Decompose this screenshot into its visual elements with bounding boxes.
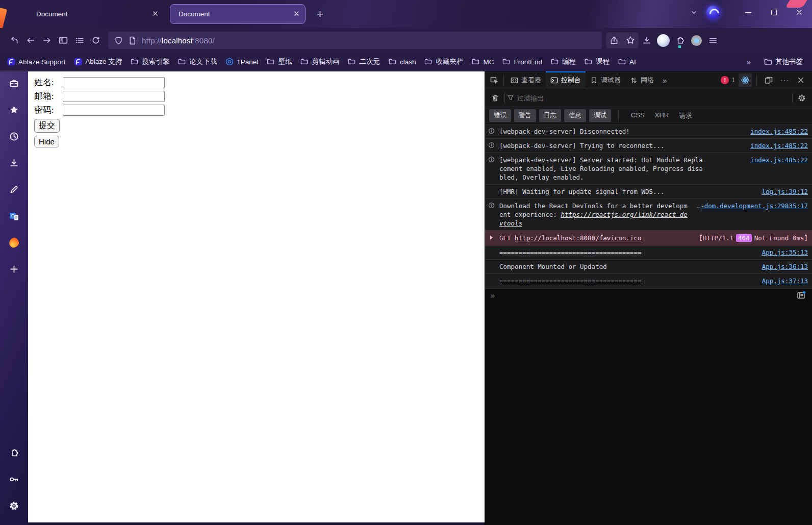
console-level-filter-button[interactable]: 调试 (589, 109, 611, 122)
bookmark-item[interactable]: Ablaze Support (7, 58, 65, 66)
devtools-menu-button[interactable]: ··· (778, 76, 791, 84)
bookmark-item[interactable]: FrontEnd (502, 58, 542, 66)
bookmark-item[interactable]: Ablaze 支持 (74, 57, 122, 66)
console-type-filter[interactable]: 请求 (679, 111, 692, 120)
devtools-tab-debugger[interactable]: 调试器 (586, 71, 625, 89)
extensions-button[interactable] (672, 32, 688, 48)
source-location-link[interactable]: -dom.development.js:29835:17 (700, 202, 808, 210)
devtools-more-tabs-button[interactable]: » (658, 76, 671, 85)
message-source: index.js:485:22 (744, 141, 808, 150)
devtools-tab-inspector[interactable]: 查看器 (506, 71, 546, 89)
container-avatar[interactable] (657, 34, 670, 47)
message-text: [webpack-dev-server] Server started: Hot… (499, 156, 703, 182)
bookmark-item[interactable]: 论文下载 (178, 57, 217, 66)
email-input[interactable] (63, 91, 165, 102)
console-level-filter-button[interactable]: 日志 (539, 109, 561, 122)
console-level-filter-button[interactable]: 警告 (514, 109, 536, 122)
split-console-button[interactable] (797, 291, 807, 301)
close-window-button[interactable] (786, 0, 812, 24)
submit-button[interactable]: 提交 (34, 119, 60, 133)
bookmark-item[interactable]: 1Panel (225, 58, 258, 66)
folder-icon (502, 58, 511, 66)
level-filter-buttons: 错误警告日志信息调试 (489, 109, 611, 122)
back-arrow-icon (26, 36, 35, 45)
bookmark-item[interactable]: AI (618, 58, 636, 66)
clear-console-button[interactable] (488, 91, 502, 105)
bookmark-item[interactable]: 二次元 (348, 57, 380, 66)
bookmark-item[interactable]: 搜索引擎 (131, 57, 169, 66)
source-location-link[interactable]: index.js:485:22 (750, 128, 808, 135)
back-button[interactable] (22, 32, 39, 48)
hide-button[interactable]: Hide (34, 136, 59, 147)
source-location-link[interactable]: index.js:485:22 (750, 142, 808, 149)
history-button[interactable] (7, 129, 21, 143)
bookmark-item[interactable]: MC (472, 58, 494, 66)
source-location-link[interactable]: App.js:37:13 (762, 277, 808, 285)
url-bar[interactable]: http://localhost:8080/ (108, 32, 602, 49)
status-text: Not Found 0ms] (754, 234, 808, 242)
list-all-tabs-button[interactable] (685, 4, 702, 21)
devtools-tab-network[interactable]: 网络 (625, 71, 658, 89)
minimize-button[interactable] (735, 0, 761, 24)
source-location-link[interactable]: index.js:485:22 (750, 156, 808, 164)
downloads-button[interactable] (639, 32, 655, 48)
react-devtools-button[interactable] (739, 73, 752, 87)
devtools-tab-console[interactable]: 控制台 (546, 71, 586, 89)
message-source: index.js:485:22 (744, 127, 808, 136)
responsive-design-mode-button[interactable] (762, 73, 776, 87)
tab-close-button[interactable] (152, 10, 159, 18)
close-devtools-button[interactable] (794, 73, 808, 87)
console-settings-button[interactable] (795, 91, 809, 105)
bookmark-item[interactable]: 壁纸 (267, 57, 292, 66)
share-button[interactable] (606, 32, 622, 48)
bookmark-item[interactable]: 收藏夹栏 (424, 57, 463, 66)
bookmark-item[interactable]: clash (389, 58, 416, 66)
forward-button[interactable] (39, 32, 55, 48)
settings-button[interactable] (7, 498, 21, 513)
bookmark-item[interactable]: 剪辑动画 (300, 57, 339, 66)
source-location-link[interactable]: log.js:39:12 (762, 188, 808, 195)
bookmark-item[interactable]: 编程 (551, 57, 576, 66)
translate-button[interactable]: G (7, 209, 21, 223)
console-type-filter[interactable]: CSS (631, 111, 645, 120)
element-picker-icon (490, 76, 498, 84)
new-tab-button[interactable]: + (312, 5, 328, 24)
notes-button[interactable] (7, 182, 21, 196)
browser-tab[interactable]: Document (28, 4, 164, 24)
folder-icon (472, 58, 480, 66)
source-location-link[interactable]: App.js:36:13 (762, 263, 808, 270)
console-filter-input[interactable] (517, 94, 790, 102)
password-input[interactable] (63, 105, 165, 116)
account-icon[interactable] (691, 35, 702, 46)
bookmark-page-button[interactable] (622, 32, 639, 48)
console-type-filter[interactable]: XHR (655, 111, 669, 120)
reading-list-button[interactable] (71, 32, 88, 48)
tab-close-button[interactable] (293, 10, 300, 18)
undo-close-tab-button[interactable] (6, 32, 22, 48)
log-text: [HMR] Waiting for update signal from WDS… (499, 188, 665, 195)
reload-button[interactable] (88, 32, 104, 48)
source-location-link[interactable]: App.js:35:13 (762, 248, 808, 256)
flame-button[interactable] (7, 235, 21, 249)
passwords-button[interactable] (7, 472, 21, 486)
hamburger-menu-icon (708, 36, 718, 45)
console-input-row[interactable]: » (485, 288, 812, 303)
bookmark-item[interactable]: 课程 (585, 57, 610, 66)
pick-element-button[interactable] (487, 73, 501, 87)
sidebar-toggle-button[interactable] (55, 32, 71, 48)
toolbox-button[interactable] (7, 76, 21, 90)
downloads-button[interactable] (7, 156, 21, 170)
request-url-link[interactable]: http://localhost:8080/favicon.ico (515, 234, 641, 242)
floorp-logo-icon (706, 6, 720, 19)
maximize-button[interactable] (761, 0, 786, 24)
console-level-filter-button[interactable]: 信息 (564, 109, 586, 122)
add-panel-button[interactable] (7, 262, 21, 276)
extensions-button[interactable] (7, 445, 21, 460)
name-input[interactable] (63, 77, 165, 88)
other-bookmarks-folder[interactable]: 其他书签 (764, 57, 803, 66)
app-menu-button[interactable] (705, 32, 721, 48)
bookmarks-star-button[interactable] (7, 103, 21, 117)
bookmarks-overflow-button[interactable]: » (743, 58, 764, 66)
browser-tab-active[interactable]: Document (170, 4, 306, 24)
console-level-filter-button[interactable]: 错误 (489, 109, 511, 122)
